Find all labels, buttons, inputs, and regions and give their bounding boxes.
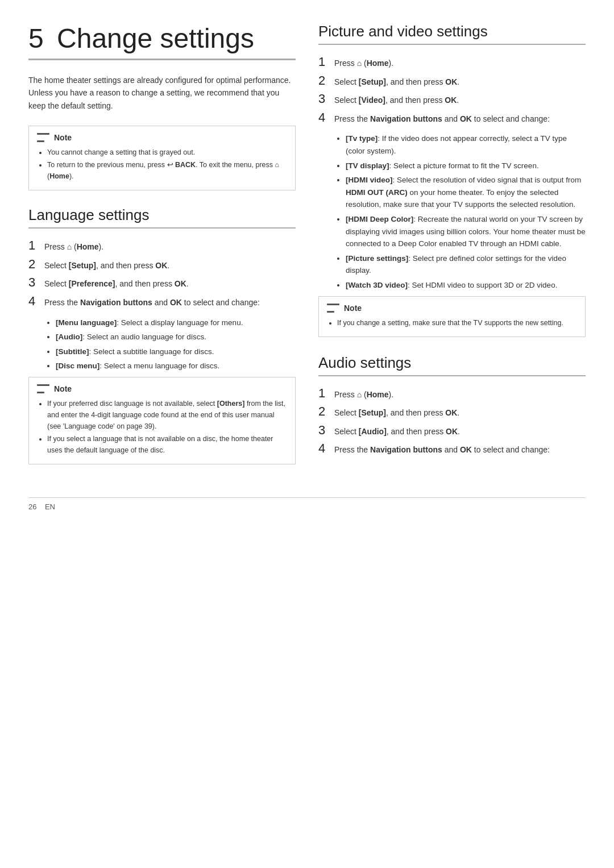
picture-section: Picture and video settings 1 Press ⌂ (Ho… [318,23,586,337]
audio-section: Audio settings 1 Press ⌂ (Home). 2 Selec… [318,354,586,457]
bullet-hdmi-video: [HDMI video]: Select the resolution of v… [346,174,586,211]
bullet-watch-3d: [Watch 3D video]: Set HDMI video to supp… [346,279,586,292]
note-list-picture: If you change a setting, make sure that … [327,317,577,329]
bullet-disc-menu: [Disc menu]: Select a menu language for … [56,360,296,372]
bullet-picture-settings: [Picture settings]: Select pre defined c… [346,252,586,277]
language-steps: 1 Press ⌂ (Home). 2 Select [Setup], and … [28,238,296,309]
step-2-audio: 2 Select [Setup], and then press OK. [318,404,586,420]
note-icon-picture [327,304,339,313]
footer-lang: EN [45,502,55,511]
step-4-lang: 4 Press the Navigation buttons and OK to… [28,293,296,310]
bullet-tv-display: [TV display]: Select a picture format to… [346,160,586,172]
audio-settings-heading: Audio settings [318,354,586,376]
note-label-language: Note [54,384,72,393]
step-4-pic: 4 Press the Navigation buttons and OK to… [318,110,586,126]
chapter-number: 5 [28,23,44,53]
bullet-audio: [Audio]: Select an audio language for di… [56,331,296,343]
note-list-main: You cannot change a setting that is gray… [37,147,287,182]
picture-steps: 1 Press ⌂ (Home). 2 Select [Setup], and … [318,54,586,126]
note-item: You cannot change a setting that is gray… [47,147,287,158]
note-icon-main [37,133,49,142]
note-header-language: Note [37,384,287,393]
chapter-heading: 5 Change settings [28,23,296,60]
note-box-language: Note If your preferred disc language is … [28,377,296,464]
note-lang-item-1: If your preferred disc language is not a… [47,398,287,432]
note-box-main: Note You cannot change a setting that is… [28,126,296,190]
bullet-menu-language: [Menu language]: Select a display langua… [56,317,296,329]
note-label-picture: Note [344,304,362,313]
step-1-audio: 1 Press ⌂ (Home). [318,385,586,402]
step-1-lang: 1 Press ⌂ (Home). [28,238,296,254]
step-3-lang: 3 Select [Preference], and then press OK… [28,275,296,291]
bullet-tv-type: [Tv type]: If the video does not appear … [346,132,586,157]
picture-settings-heading: Picture and video settings [318,23,586,45]
language-bullets: [Menu language]: Select a display langua… [44,317,296,372]
footer-page: 26 [28,502,36,511]
step-3-audio: 3 Select [Audio], and then press OK. [318,422,586,439]
note-header-picture: Note [327,304,577,313]
intro-text: The home theater settings are already co… [28,74,296,112]
note-icon-language [37,384,49,393]
note-label-main: Note [54,133,72,142]
step-2-pic: 2 Select [Setup], and then press OK. [318,73,586,89]
note-picture-item-1: If you change a setting, make sure that … [337,317,577,329]
step-2-lang: 2 Select [Setup], and then press OK. [28,256,296,273]
note-list-language: If your preferred disc language is not a… [37,398,287,456]
right-column: Picture and video settings 1 Press ⌂ (Ho… [318,23,586,474]
audio-steps: 1 Press ⌂ (Home). 2 Select [Setup], and … [318,385,586,457]
bullet-subtitle: [Subtitle]: Select a subtitle language f… [56,346,296,358]
chapter-title: Change settings [57,23,254,53]
step-3-pic: 3 Select [Video], and then press OK. [318,91,586,107]
footer: 26 EN [28,497,586,511]
note-item: To return to the previous menu, press ↩ … [47,159,287,182]
left-column: 5 Change settings The home theater setti… [28,23,296,480]
step-1-pic: 1 Press ⌂ (Home). [318,54,586,70]
bullet-hdmi-deep-color: [HDMI Deep Color]: Recreate the natural … [346,213,586,250]
note-header-main: Note [37,133,287,142]
note-box-picture: Note If you change a setting, make sure … [318,296,586,337]
language-settings-heading: Language settings [28,206,296,229]
note-lang-item-2: If you select a language that is not ava… [47,433,287,456]
step-4-audio: 4 Press the Navigation buttons and OK to… [318,441,586,457]
picture-bullets: [Tv type]: If the video does not appear … [334,132,586,291]
